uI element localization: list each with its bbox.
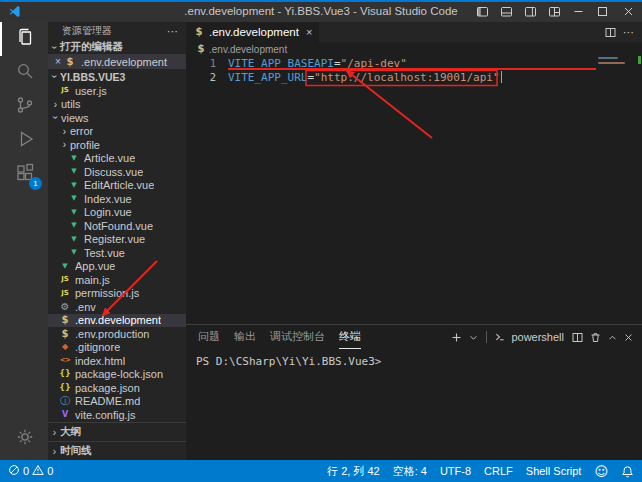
panel-tab-problems[interactable]: 问题 <box>198 325 220 349</box>
open-editor-item[interactable]: × .env.development <box>48 54 186 69</box>
split-terminal-icon[interactable] <box>571 331 584 344</box>
error-icon <box>8 464 20 478</box>
vscode-logo-icon <box>8 5 21 18</box>
tree-item-index-vue[interactable]: Index.vue <box>48 192 186 206</box>
tree-item-label: index.html <box>75 355 125 367</box>
chevron-right-icon <box>60 139 69 150</box>
close-tab-icon[interactable]: × <box>306 26 312 38</box>
tree-item-login-vue[interactable]: Login.vue <box>48 206 186 220</box>
toggle-sidebar-icon[interactable] <box>470 0 494 22</box>
tree-item-index-html[interactable]: index.html <box>48 354 186 368</box>
tree-item-app-vue[interactable]: App.vue <box>48 260 186 274</box>
timeline-section-header[interactable]: 时间线 <box>48 441 186 460</box>
panel-tab-terminal[interactable]: 终端 <box>339 325 361 349</box>
activity-settings[interactable] <box>0 422 48 456</box>
chevron-down-icon <box>50 113 61 122</box>
maximize-panel-icon[interactable] <box>607 332 618 343</box>
code-line-2[interactable]: 2VITE_APP_URL="http://localhost:19001/ap… <box>186 70 642 84</box>
notifications-bell-icon[interactable] <box>621 465 634 478</box>
activity-extensions[interactable]: 1 <box>0 158 48 192</box>
extensions-badge: 1 <box>29 177 42 190</box>
chevron-right-icon <box>50 427 59 438</box>
toggle-panel-icon[interactable] <box>494 0 518 22</box>
minimize-button[interactable] <box>566 0 590 22</box>
timeline-label: 时间线 <box>60 444 92 458</box>
vue-file-icon <box>68 246 80 259</box>
open-editor-label: .env.development <box>81 56 167 68</box>
feedback-smiley-icon[interactable]: ☺ <box>594 464 608 479</box>
tree-item-main-js[interactable]: main.js <box>48 273 186 287</box>
window-controls <box>470 0 642 22</box>
tree-item--gitignore[interactable]: .gitignore <box>48 341 186 355</box>
terminal-output[interactable]: PS D:\CSharp\Yi\Yi.BBS.Vue3> <box>186 349 642 460</box>
split-editor-icon[interactable] <box>604 26 617 39</box>
tree-item-package-json[interactable]: package.json <box>48 381 186 395</box>
tree-item-test-vue[interactable]: Test.vue <box>48 246 186 260</box>
chevron-right-icon <box>51 99 60 110</box>
new-terminal-icon[interactable] <box>450 331 463 344</box>
tree-item-label: main.js <box>75 274 110 286</box>
tree-item-notfound-vue[interactable]: NotFound.vue <box>48 219 186 233</box>
terminal-shell-label[interactable]: powershell <box>511 331 564 343</box>
panel-tab-output[interactable]: 输出 <box>234 325 256 349</box>
minimap[interactable] <box>598 57 628 67</box>
kill-terminal-icon[interactable] <box>589 331 602 344</box>
tree-item-views[interactable]: views <box>48 111 186 125</box>
tree-item-label: permission.js <box>75 287 139 299</box>
customize-layout-icon[interactable] <box>542 0 566 22</box>
sidebar-title: 资源管理器 <box>62 24 112 38</box>
open-editors-header[interactable]: 打开的编辑器 <box>48 40 186 54</box>
html-file-icon <box>59 354 71 367</box>
project-root-header[interactable]: YI.BBS.VUE3 <box>48 69 186 84</box>
tree-item-discuss-vue[interactable]: Discuss.vue <box>48 165 186 179</box>
tree-item-readme-md[interactable]: README.md <box>48 395 186 409</box>
code-editor[interactable]: 1VITE_APP_BASEAPI="/api-dev"2VITE_APP_UR… <box>186 56 642 324</box>
activity-search[interactable] <box>0 56 48 90</box>
run-debug-icon <box>15 129 35 153</box>
indentation-setting[interactable]: 空格: 4 <box>393 464 427 479</box>
vite-file-icon <box>59 408 71 421</box>
maximize-button[interactable] <box>590 0 614 22</box>
breadcrumb-file-label: .env.development <box>209 44 287 55</box>
tree-item-editarticle-vue[interactable]: EditArticle.vue <box>48 179 186 193</box>
tree-item-label: .env.production <box>75 328 149 340</box>
tab-env-development[interactable]: .env.development × <box>186 22 320 42</box>
tree-item-profile[interactable]: profile <box>48 138 186 152</box>
breadcrumb[interactable]: .env.development <box>186 42 642 56</box>
end-of-line-setting[interactable]: CRLF <box>484 465 513 477</box>
tree-item-error[interactable]: error <box>48 125 186 139</box>
language-mode[interactable]: Shell Script <box>526 465 582 477</box>
panel-tab-debug-console[interactable]: 调试控制台 <box>270 325 325 349</box>
tree-item-user-js[interactable]: user.js <box>48 84 186 98</box>
cursor-position[interactable]: 行 2, 列 42 <box>327 464 380 479</box>
file-encoding[interactable]: UTF-8 <box>440 465 471 477</box>
tree-item-vite-config-js[interactable]: vite.config.js <box>48 408 186 422</box>
activity-explorer[interactable] <box>0 22 48 56</box>
more-actions-icon[interactable]: ⋯ <box>167 25 178 38</box>
gear-icon <box>15 427 35 451</box>
tree-item-register-vue[interactable]: Register.vue <box>48 233 186 247</box>
tree-item-package-lock-json[interactable]: package-lock.json <box>48 368 186 382</box>
close-panel-icon[interactable] <box>623 332 634 343</box>
close-window-button[interactable] <box>614 0 642 22</box>
chevron-down-icon[interactable] <box>468 332 479 343</box>
tree-item--env-production[interactable]: .env.production <box>48 327 186 341</box>
tree-item-utils[interactable]: utils <box>48 98 186 112</box>
code-line-1[interactable]: 1VITE_APP_BASEAPI="/api-dev" <box>186 56 642 70</box>
close-editor-icon[interactable]: × <box>53 56 63 67</box>
activity-run-debug[interactable] <box>0 124 48 158</box>
tree-item--env-development[interactable]: .env.development <box>48 314 186 328</box>
activity-source-control[interactable] <box>0 90 48 124</box>
code-token: "/api-dev" <box>341 57 407 70</box>
sidebar-header: 资源管理器 ⋯ <box>48 22 186 40</box>
vscode-window: .env.development - Yi.BBS.Vue3 - Visual … <box>0 0 642 482</box>
editor-more-actions-icon[interactable]: ⋯ <box>623 26 634 39</box>
source-control-icon <box>15 95 35 119</box>
chevron-down-icon <box>49 43 60 52</box>
tree-item-permission-js[interactable]: permission.js <box>48 287 186 301</box>
tree-item--env[interactable]: .env <box>48 300 186 314</box>
outline-section-header[interactable]: 大纲 <box>48 422 186 441</box>
problems-status[interactable]: 0 0 <box>8 464 53 478</box>
tree-item-article-vue[interactable]: Article.vue <box>48 152 186 166</box>
toggle-secondary-sidebar-icon[interactable] <box>518 0 542 22</box>
